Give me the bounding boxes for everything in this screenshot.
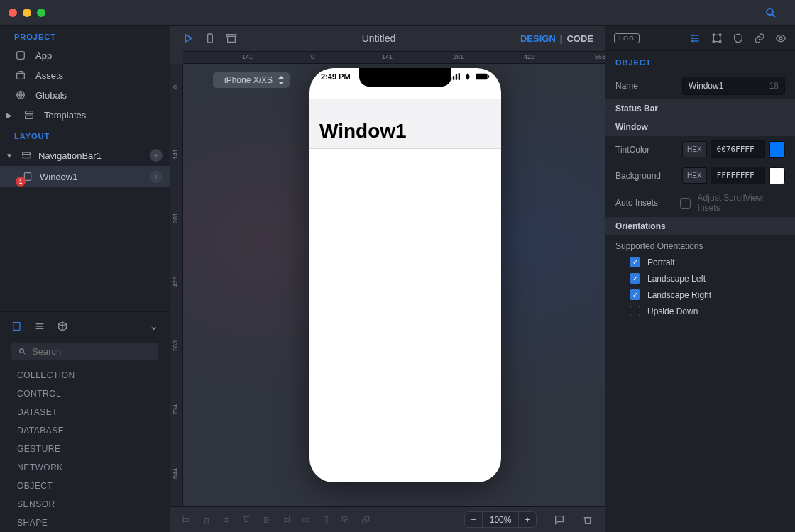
orientation-checkbox[interactable]: ✓ [630, 273, 640, 284]
project-item-app[interactable]: App [0, 45, 170, 65]
project-item-globals[interactable]: Globals [0, 85, 170, 105]
svg-rect-20 [476, 74, 488, 79]
svg-point-45 [692, 35, 693, 35]
assets-icon [14, 70, 27, 81]
close-window-button[interactable] [9, 9, 17, 17]
orientation-checkbox[interactable] [630, 306, 640, 316]
phone-nav-header: Window1 [309, 99, 501, 149]
svg-rect-36 [324, 516, 328, 519]
library-category[interactable]: OBJECT [0, 477, 170, 495]
add-button[interactable]: + [150, 170, 163, 183]
mode-code[interactable]: CODE [566, 33, 593, 44]
library-search[interactable] [11, 343, 158, 360]
navigationbar-icon [20, 150, 33, 161]
link-icon[interactable] [754, 33, 765, 44]
library-search-input[interactable] [32, 346, 151, 357]
zoom-window-button[interactable] [37, 9, 45, 17]
tintcolor-input[interactable]: 0076FFFF [711, 140, 765, 158]
search-icon [18, 347, 26, 356]
svg-rect-7 [23, 153, 31, 158]
tintcolor-swatch[interactable] [769, 141, 785, 158]
device-selector[interactable]: iPhone X/XS [213, 72, 290, 88]
play-icon[interactable] [182, 32, 194, 45]
mode-toggle[interactable]: DESIGN | CODE [520, 33, 593, 44]
add-button[interactable]: + [150, 149, 163, 162]
name-input[interactable]: Window1 18 [682, 77, 785, 95]
svg-rect-35 [307, 518, 309, 521]
disclosure-icon[interactable]: ▼ [4, 152, 14, 160]
shield-icon[interactable] [733, 33, 744, 44]
battery-icon [476, 73, 490, 80]
library-category[interactable]: GESTURE [0, 440, 170, 458]
layout-item-navigationbar[interactable]: ▼ NavigationBar1 + [0, 145, 170, 166]
orientation-label: Landscape Right [647, 290, 711, 300]
app-icon [14, 50, 27, 61]
project-item-assets[interactable]: Assets [0, 65, 170, 85]
canvas[interactable]: iPhone X/XS 2:49 PM Window1 [183, 64, 605, 506]
orientation-checkbox[interactable]: ✓ [630, 257, 640, 267]
align-icon[interactable] [261, 515, 271, 525]
project-item-templates[interactable]: ▶ Templates [0, 105, 170, 125]
svg-rect-25 [205, 518, 209, 523]
arrange-icon[interactable] [361, 515, 371, 525]
background-input[interactable]: FFFFFFFF [711, 167, 765, 184]
name-label: Name [615, 81, 675, 91]
align-icon[interactable] [182, 515, 192, 525]
project-item-label: Assets [35, 70, 63, 81]
autoinsets-label: Auto Insets [615, 198, 673, 208]
svg-rect-2 [17, 52, 25, 60]
align-icon[interactable] [221, 515, 231, 525]
section-window[interactable]: Window [605, 118, 795, 136]
library-category[interactable]: NETWORK [0, 458, 170, 477]
library-category[interactable]: CONTROL [0, 384, 170, 403]
distribute-icon[interactable] [301, 515, 311, 525]
canvas-panel: Untitled DESIGN | CODE -1410141281422563… [170, 26, 605, 532]
error-badge: 1 [16, 177, 26, 187]
arrange-icon[interactable] [341, 515, 351, 525]
search-icon[interactable] [762, 4, 779, 21]
zoom-out-button[interactable]: − [465, 512, 483, 527]
layout-item-label: NavigationBar1 [38, 150, 102, 161]
library-tab-list-icon[interactable] [34, 321, 45, 332]
orientation-label: Portrait [647, 257, 675, 267]
svg-rect-18 [456, 74, 457, 80]
disclosure-icon[interactable]: ▶ [4, 111, 14, 119]
align-icon[interactable] [241, 515, 251, 525]
ruler-vertical: 0141281422563704844 [170, 64, 183, 506]
background-label: Background [615, 171, 675, 181]
geometry-tab-icon[interactable] [711, 33, 723, 44]
library-panel: ⌄ COLLECTIONCONTROLDATASETDATABASEGESTUR… [0, 311, 170, 532]
chevron-down-icon[interactable]: ⌄ [149, 319, 158, 333]
device-icon[interactable] [204, 33, 216, 44]
autoinsets-checkbox[interactable] [680, 198, 691, 209]
library-category[interactable]: SHAPE [0, 514, 170, 532]
archive-icon[interactable] [226, 33, 237, 44]
align-icon[interactable] [202, 515, 212, 525]
mode-design[interactable]: DESIGN [520, 33, 556, 44]
zoom-in-button[interactable]: + [518, 512, 536, 527]
library-category[interactable]: DATASET [0, 403, 170, 421]
window-titlebar [0, 0, 795, 26]
distribute-icon[interactable] [321, 515, 331, 525]
library-tab-cube-icon[interactable] [57, 321, 68, 332]
trash-icon[interactable] [582, 514, 593, 526]
section-orientations[interactable]: Orientations [605, 217, 795, 235]
layout-item-window[interactable]: 1 Window1 + [0, 166, 170, 187]
library-category[interactable]: DATABASE [0, 421, 170, 440]
library-tab-controls-icon[interactable] [11, 321, 23, 332]
section-statusbar[interactable]: Status Bar [605, 99, 795, 118]
library-category[interactable]: COLLECTION [0, 366, 170, 384]
background-swatch[interactable] [769, 167, 785, 184]
align-icon[interactable] [281, 515, 291, 525]
orientation-row: ✓Portrait [605, 254, 795, 270]
log-button[interactable]: LOG [614, 33, 640, 43]
comment-icon[interactable] [554, 514, 565, 526]
properties-tab-icon[interactable] [690, 33, 701, 44]
autoinsets-sublabel: Adjust ScrollView Insets [698, 193, 785, 213]
library-category[interactable]: SENSOR [0, 495, 170, 514]
orientation-checkbox[interactable]: ✓ [630, 289, 640, 300]
svg-rect-16 [450, 78, 451, 80]
zoom-control: − 100% + [464, 511, 537, 528]
eye-icon[interactable] [775, 33, 786, 44]
minimize-window-button[interactable] [23, 9, 31, 17]
